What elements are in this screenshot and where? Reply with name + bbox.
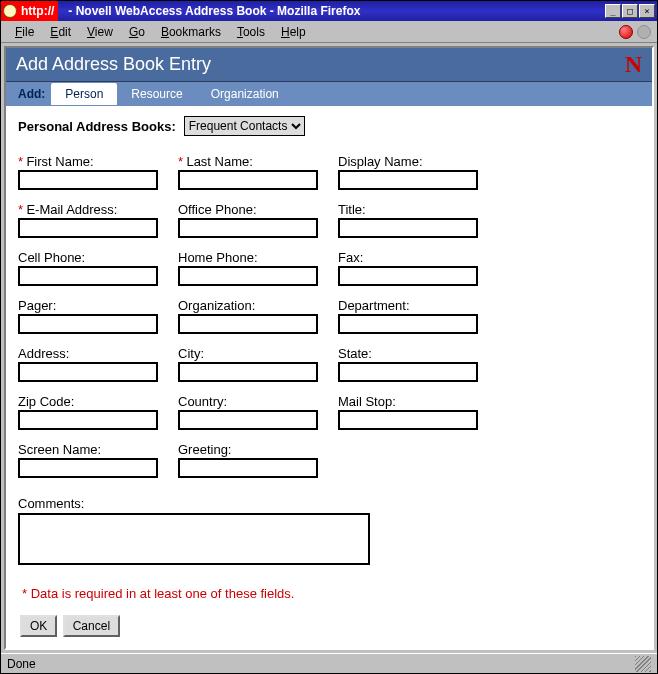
status-text: Done bbox=[7, 657, 36, 671]
field-label: Title: bbox=[338, 202, 366, 217]
field-last-name: * Last Name: bbox=[178, 154, 328, 190]
field-label: Cell Phone: bbox=[18, 250, 85, 265]
tab-bar: Add: Person Resource Organization bbox=[6, 82, 652, 106]
department-input[interactable] bbox=[338, 314, 478, 334]
field-address: Address: bbox=[18, 346, 168, 382]
field-label: Last Name: bbox=[186, 154, 252, 169]
field-pager: Pager: bbox=[18, 298, 168, 334]
tab-label: Add: bbox=[16, 87, 51, 101]
comments-block: Comments: bbox=[18, 496, 640, 568]
greeting-input[interactable] bbox=[178, 458, 318, 478]
fax-input[interactable] bbox=[338, 266, 478, 286]
menubar: File Edit View Go Bookmarks Tools Help bbox=[1, 21, 657, 43]
address-book-label: Personal Address Books: bbox=[18, 119, 176, 134]
form-area: Personal Address Books: Frequent Contact… bbox=[6, 106, 652, 648]
required-marker: * bbox=[178, 154, 183, 169]
field-label: Greeting: bbox=[178, 442, 231, 457]
tab-organization[interactable]: Organization bbox=[197, 83, 293, 105]
field-title: Title: bbox=[338, 202, 488, 238]
field-fax: Fax: bbox=[338, 250, 488, 286]
field-label: Organization: bbox=[178, 298, 255, 313]
field-mail-stop: Mail Stop: bbox=[338, 394, 488, 430]
required-note: * Data is required in at least one of th… bbox=[22, 586, 640, 601]
throbber-icon bbox=[637, 25, 651, 39]
screen-name-input[interactable] bbox=[18, 458, 158, 478]
mail-stop-input[interactable] bbox=[338, 410, 478, 430]
field-label: Country: bbox=[178, 394, 227, 409]
field-department: Department: bbox=[338, 298, 488, 334]
field-first-name: * First Name: bbox=[18, 154, 168, 190]
state-input[interactable] bbox=[338, 362, 478, 382]
titlebar-title: - Novell WebAccess Address Book - Mozill… bbox=[58, 1, 605, 21]
resize-grip[interactable] bbox=[635, 656, 651, 672]
first-name-input[interactable] bbox=[18, 170, 158, 190]
field-label: Screen Name: bbox=[18, 442, 101, 457]
tab-person[interactable]: Person bbox=[51, 83, 117, 105]
field-label: Mail Stop: bbox=[338, 394, 396, 409]
email-input[interactable] bbox=[18, 218, 158, 238]
field-email: * E-Mail Address: bbox=[18, 202, 168, 238]
office-phone-input[interactable] bbox=[178, 218, 318, 238]
close-button[interactable]: × bbox=[639, 4, 655, 18]
menu-view[interactable]: View bbox=[79, 23, 121, 41]
comments-input[interactable] bbox=[18, 513, 370, 565]
field-label: First Name: bbox=[26, 154, 93, 169]
field-label: Pager: bbox=[18, 298, 56, 313]
status-bar: Done bbox=[1, 653, 657, 673]
organization-input[interactable] bbox=[178, 314, 318, 334]
field-label: Fax: bbox=[338, 250, 363, 265]
field-label: Zip Code: bbox=[18, 394, 74, 409]
page-title: Add Address Book Entry bbox=[16, 54, 211, 75]
content-area: Add Address Book Entry N Add: Person Res… bbox=[1, 43, 657, 653]
menu-edit[interactable]: Edit bbox=[42, 23, 79, 41]
page: Add Address Book Entry N Add: Person Res… bbox=[4, 46, 654, 650]
ok-button[interactable]: OK bbox=[20, 615, 57, 637]
last-name-input[interactable] bbox=[178, 170, 318, 190]
address-book-select[interactable]: Frequent Contacts bbox=[184, 116, 305, 136]
titlebar: http:// - Novell WebAccess Address Book … bbox=[1, 1, 657, 21]
field-label: State: bbox=[338, 346, 372, 361]
field-cell-phone: Cell Phone: bbox=[18, 250, 168, 286]
address-input[interactable] bbox=[18, 362, 158, 382]
menu-file[interactable]: File bbox=[7, 23, 42, 41]
tab-resource[interactable]: Resource bbox=[117, 83, 196, 105]
address-book-selector-row: Personal Address Books: Frequent Contact… bbox=[18, 116, 640, 136]
firefox-icon bbox=[3, 4, 17, 18]
display-name-input[interactable] bbox=[338, 170, 478, 190]
firefox-window: http:// - Novell WebAccess Address Book … bbox=[0, 0, 658, 674]
zip-input[interactable] bbox=[18, 410, 158, 430]
field-greeting: Greeting: bbox=[178, 442, 328, 478]
field-label: City: bbox=[178, 346, 204, 361]
minimize-button[interactable]: _ bbox=[605, 4, 621, 18]
titlebar-url: http:// bbox=[21, 4, 54, 18]
field-label: E-Mail Address: bbox=[26, 202, 117, 217]
field-office-phone: Office Phone: bbox=[178, 202, 328, 238]
novell-logo: N bbox=[625, 51, 642, 78]
field-label: Department: bbox=[338, 298, 410, 313]
field-zip: Zip Code: bbox=[18, 394, 168, 430]
required-marker: * bbox=[18, 202, 23, 217]
pager-input[interactable] bbox=[18, 314, 158, 334]
field-display-name: Display Name: bbox=[338, 154, 488, 190]
menu-bookmarks[interactable]: Bookmarks bbox=[153, 23, 229, 41]
required-marker: * bbox=[18, 154, 23, 169]
home-phone-input[interactable] bbox=[178, 266, 318, 286]
button-row: OK Cancel bbox=[18, 615, 640, 637]
country-input[interactable] bbox=[178, 410, 318, 430]
field-city: City: bbox=[178, 346, 328, 382]
cancel-button[interactable]: Cancel bbox=[63, 615, 120, 637]
stop-icon[interactable] bbox=[619, 25, 633, 39]
field-state: State: bbox=[338, 346, 488, 382]
field-label: Display Name: bbox=[338, 154, 423, 169]
menu-help[interactable]: Help bbox=[273, 23, 314, 41]
menu-tools[interactable]: Tools bbox=[229, 23, 273, 41]
cell-phone-input[interactable] bbox=[18, 266, 158, 286]
menu-go[interactable]: Go bbox=[121, 23, 153, 41]
field-label: Office Phone: bbox=[178, 202, 257, 217]
field-home-phone: Home Phone: bbox=[178, 250, 328, 286]
field-label: Address: bbox=[18, 346, 69, 361]
maximize-button[interactable]: □ bbox=[622, 4, 638, 18]
city-input[interactable] bbox=[178, 362, 318, 382]
window-controls: _ □ × bbox=[605, 1, 657, 21]
title-input[interactable] bbox=[338, 218, 478, 238]
